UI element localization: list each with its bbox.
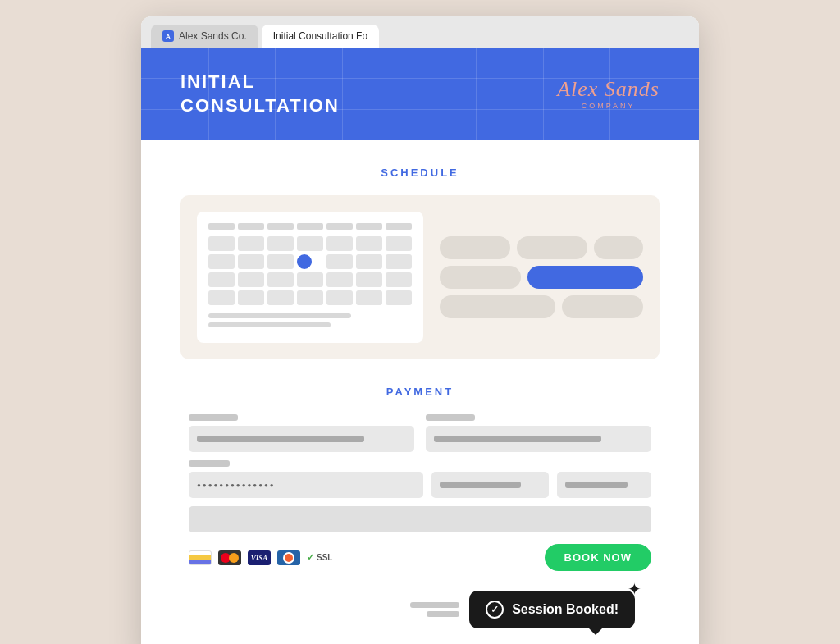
cal-cell[interactable] — [208, 290, 235, 305]
tab-initial-consultation[interactable]: Initial Consultation Fo — [262, 25, 379, 48]
stripe-badge — [189, 550, 212, 565]
payment-row-2-label — [189, 460, 651, 467]
cal-cell[interactable] — [208, 236, 235, 251]
mastercard-badge — [218, 550, 241, 565]
header-title: INITIAL CONSULTATION — [180, 71, 340, 117]
toast-container: ✓ Session Booked! ✦ — [180, 591, 660, 628]
cal-label — [208, 223, 235, 230]
timeslot-selected[interactable] — [527, 266, 643, 289]
cal-cell[interactable] — [267, 290, 294, 305]
gray-bar — [427, 611, 459, 617]
session-booked-toast: ✓ Session Booked! — [469, 591, 635, 628]
timeslot[interactable] — [440, 266, 521, 289]
cal-cell[interactable] — [208, 254, 235, 269]
sparkle-icon: ✦ — [628, 579, 641, 599]
input-card-number[interactable] — [189, 472, 423, 498]
cal-cell[interactable] — [267, 254, 294, 269]
payment-icons: VISA ✓ SSL — [189, 550, 332, 565]
cal-cell[interactable] — [386, 272, 412, 287]
logo-subtitle: COMPANY — [557, 102, 660, 110]
input-cardholder-name[interactable] — [189, 506, 651, 532]
payment-row-1 — [189, 414, 651, 452]
tab-favicon-alex: A — [162, 30, 174, 42]
timeslot-row — [440, 295, 643, 318]
ssl-label: SSL — [317, 553, 332, 562]
gray-bars — [410, 602, 459, 617]
form-col-cvc — [557, 472, 651, 498]
form-col-exp — [431, 472, 549, 498]
cal-label — [356, 223, 382, 230]
cal-label — [267, 223, 294, 230]
footer-bottom: VISA ✓ SSL BOOK NOW — [189, 544, 651, 571]
input-name[interactable] — [189, 426, 414, 452]
tab-alex-sands[interactable]: A Alex Sands Co. — [151, 25, 258, 48]
form-col-email — [426, 414, 651, 452]
timeslot[interactable] — [562, 295, 643, 318]
cal-footer-line-short — [208, 322, 331, 327]
visa-badge: VISA — [248, 550, 271, 565]
calendar-grid: – — [208, 236, 412, 305]
logo-name: Alex Sands — [557, 79, 660, 100]
cal-cell[interactable] — [238, 272, 264, 287]
browser-window: A Alex Sands Co. Initial Consultation Fo — [141, 16, 699, 644]
cal-cell[interactable] — [297, 272, 323, 287]
page-content: INITIAL CONSULTATION Alex Sands COMPANY … — [141, 48, 699, 644]
cal-cell[interactable] — [326, 236, 353, 251]
cal-cell[interactable] — [356, 272, 382, 287]
cal-cell[interactable] — [297, 236, 323, 251]
input-cvc[interactable] — [557, 472, 651, 498]
cal-cell[interactable] — [238, 236, 264, 251]
cal-cell[interactable] — [326, 272, 353, 287]
tab-label-alex: Alex Sands Co. — [179, 30, 247, 42]
timeslot[interactable] — [517, 236, 587, 259]
cal-label — [238, 223, 264, 230]
timeslots-panel — [440, 212, 643, 343]
cal-cell[interactable] — [267, 272, 294, 287]
timeslot[interactable] — [440, 236, 510, 259]
toast-check-icon: ✓ — [486, 601, 504, 619]
toast-wrapper: ✓ Session Booked! ✦ — [469, 591, 635, 628]
toast-label: Session Booked! — [512, 602, 619, 617]
form-col-name — [189, 414, 414, 452]
book-now-button[interactable]: BOOK NOW — [545, 544, 651, 571]
timeslot-row — [440, 236, 643, 259]
cal-cell[interactable] — [356, 290, 382, 305]
schedule-section: SCHEDULE — [180, 167, 660, 359]
cal-label — [386, 223, 412, 230]
page-body: SCHEDULE — [141, 140, 699, 644]
input-expiry[interactable] — [431, 472, 549, 498]
tab-label-consultation: Initial Consultation Fo — [273, 30, 368, 42]
label-bar-card — [189, 460, 230, 467]
timeslot[interactable] — [594, 236, 643, 259]
input-email[interactable] — [426, 426, 651, 452]
gray-bar — [410, 602, 459, 608]
cal-cell[interactable] — [356, 236, 382, 251]
cal-cell[interactable] — [326, 254, 353, 269]
cal-cell[interactable] — [267, 236, 294, 251]
cal-label — [326, 223, 353, 230]
timeslot[interactable] — [440, 295, 555, 318]
cal-cell[interactable] — [356, 254, 382, 269]
browser-chrome: A Alex Sands Co. Initial Consultation Fo — [141, 16, 699, 48]
cal-cell[interactable] — [386, 236, 412, 251]
page-header: INITIAL CONSULTATION Alex Sands COMPANY — [141, 48, 699, 140]
form-col-card — [189, 472, 423, 498]
cal-cell[interactable] — [297, 290, 323, 305]
cal-cell[interactable] — [238, 254, 264, 269]
cal-cell[interactable] — [326, 290, 353, 305]
cal-label-row — [208, 223, 412, 230]
calendar-panel[interactable]: – — [197, 212, 423, 343]
cal-cell[interactable] — [386, 254, 412, 269]
amex-badge — [277, 550, 300, 565]
payment-section: PAYMENT — [180, 386, 660, 571]
cal-cell[interactable] — [386, 290, 412, 305]
payment-title: PAYMENT — [180, 386, 660, 398]
label-bar — [189, 414, 238, 421]
schedule-widget: – — [180, 195, 660, 359]
cal-footer-line — [208, 313, 351, 318]
cal-cell[interactable] — [238, 290, 264, 305]
payment-row-3 — [189, 472, 651, 498]
header-logo: Alex Sands COMPANY — [557, 79, 660, 110]
cal-cell-active[interactable]: – — [297, 254, 312, 269]
cal-cell[interactable] — [208, 272, 235, 287]
